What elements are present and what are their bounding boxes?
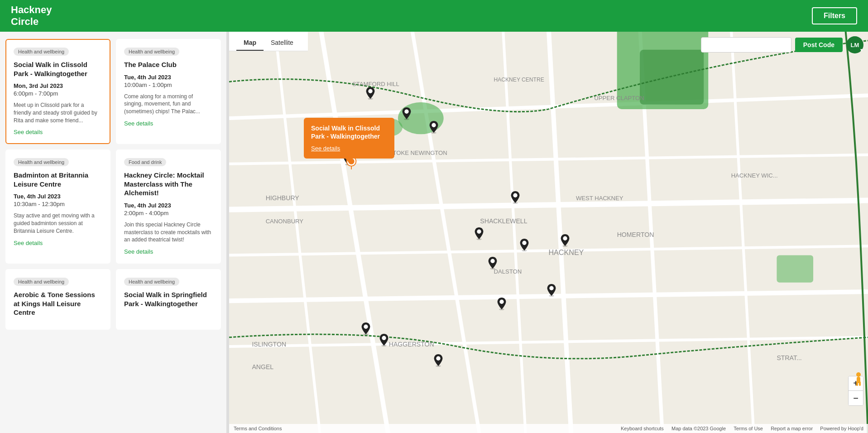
svg-point-63 — [382, 336, 386, 340]
map-area: HIGHBURY STOKE NEWINGTON SHACKLEWELL CAN… — [229, 32, 868, 433]
svg-text:UPPER CLAPTON: UPPER CLAPTON — [594, 95, 644, 101]
svg-point-61 — [364, 325, 368, 329]
map-pin-pin-1[interactable] — [365, 86, 376, 100]
svg-text:ANGEL: ANGEL — [252, 363, 273, 370]
svg-point-52 — [549, 286, 553, 290]
app-logo: Hackney Circle — [11, 4, 52, 28]
svg-point-38 — [404, 110, 408, 114]
svg-text:HACKNEY CENTRE: HACKNEY CENTRE — [494, 77, 544, 83]
event-card-card-4[interactable]: Food and drink Hackney Circle: Mocktail … — [116, 149, 221, 264]
card-title: Social Walk in Springfield Park - Walkin… — [124, 290, 213, 308]
svg-point-59 — [499, 300, 504, 304]
card-badge: Health and wellbeing — [124, 278, 179, 286]
event-card-card-5[interactable]: Health and wellbeing Aerobic & Tone Sess… — [5, 269, 110, 330]
filters-button[interactable]: Filters — [812, 7, 857, 24]
card-badge: Health and wellbeing — [14, 158, 69, 166]
map-tabs: Map Satellite — [229, 32, 308, 51]
event-card-card-2[interactable]: Health and wellbeing The Palace Club Tue… — [116, 39, 221, 144]
footer-report[interactable]: Report a map error — [771, 426, 813, 431]
card-time: 10:30am - 12:30pm — [14, 201, 102, 207]
card-date: Tue, 4th Jul 2023 — [124, 74, 213, 81]
svg-text:CANONBURY: CANONBURY — [266, 218, 304, 225]
postcode-button[interactable]: Post Code — [795, 38, 843, 52]
footer-terms[interactable]: Terms and Conditions — [234, 426, 282, 431]
svg-text:ISLINGTON: ISLINGTON — [252, 341, 286, 348]
card-see-details-link[interactable]: See details — [124, 248, 153, 255]
cards-grid: Health and wellbeing Social Walk in Clis… — [5, 39, 221, 330]
card-desc: Stay active and get moving with a guided… — [14, 212, 102, 235]
svg-text:HAGGERSTON: HAGGERSTON — [389, 341, 434, 348]
footer-keyboard-shortcuts[interactable]: Keyboard shortcuts — [621, 426, 664, 431]
popup-see-details-link[interactable]: See details — [311, 145, 340, 152]
map-pin-pin-11[interactable] — [496, 297, 507, 310]
map-pin-pin-6[interactable] — [519, 238, 530, 251]
svg-rect-15 — [640, 50, 704, 105]
card-badge: Health and wellbeing — [124, 48, 179, 56]
svg-text:STOKE NEWINGTON: STOKE NEWINGTON — [389, 149, 447, 156]
svg-text:WEST HACKNEY: WEST HACKNEY — [576, 195, 623, 202]
card-desc: Come along for a morning of singing, mov… — [124, 93, 213, 115]
footer-center: Keyboard shortcuts Map data ©2023 Google… — [619, 426, 863, 431]
map-pin-pin-12[interactable] — [360, 322, 371, 335]
left-panel: Health and wellbeing Social Walk in Clis… — [0, 32, 226, 433]
map-footer: Terms and Conditions Keyboard shortcuts … — [229, 424, 868, 433]
map-pin-pin-9[interactable] — [546, 283, 557, 297]
event-card-card-6[interactable]: Health and wellbeing Social Walk in Spri… — [116, 269, 221, 330]
card-see-details-link[interactable]: See details — [14, 129, 43, 135]
card-time: 2:00pm - 4:00pm — [124, 210, 213, 216]
card-title: The Palace Club — [124, 60, 213, 69]
svg-point-50 — [490, 259, 494, 263]
map-pin-pin-8[interactable] — [487, 256, 498, 269]
card-desc: Meet up in Clissold park for a friendly … — [14, 101, 102, 124]
event-card-card-3[interactable]: Health and wellbeing Badminton at Britan… — [5, 149, 110, 264]
svg-text:HOMERTON: HOMERTON — [617, 231, 654, 238]
card-badge: Health and wellbeing — [14, 48, 69, 56]
svg-rect-68 — [856, 381, 858, 386]
zoom-out-button[interactable]: − — [849, 391, 863, 405]
footer-powered: Powered by Hoop'd — [820, 426, 863, 431]
map-pin-pin-7[interactable] — [560, 233, 571, 247]
main-content: Health and wellbeing Social Walk in Clis… — [0, 32, 868, 433]
card-see-details-link[interactable]: See details — [14, 240, 43, 246]
svg-rect-0 — [229, 32, 868, 433]
popup-title: Social Walk in Clissold Park - Walkingto… — [311, 124, 387, 140]
card-title: Social Walk in Clissold Park - Walkingto… — [14, 60, 102, 78]
svg-point-65 — [436, 356, 440, 361]
map-popup: Social Walk in Clissold Park - Walkingto… — [304, 118, 394, 159]
card-time: 10:00am - 1:00pm — [124, 82, 213, 88]
user-avatar[interactable]: LM — [846, 36, 863, 53]
app-header: Hackney Circle Filters — [0, 0, 868, 32]
map-pin-pin-2[interactable] — [401, 106, 412, 120]
tab-satellite[interactable]: Satellite — [264, 35, 301, 51]
card-time: 6:00pm - 7:00pm — [14, 90, 102, 97]
card-date: Tue, 4th Jul 2023 — [14, 193, 102, 200]
svg-point-66 — [856, 372, 861, 377]
tab-map[interactable]: Map — [236, 35, 264, 51]
svg-point-40 — [432, 123, 436, 127]
map-pin-pin-3[interactable] — [428, 120, 439, 134]
map-pin-pin-14[interactable] — [433, 353, 444, 367]
svg-point-42 — [513, 193, 517, 197]
card-title: Badminton at Britannia Leisure Centre — [14, 171, 102, 188]
map-background: HIGHBURY STOKE NEWINGTON SHACKLEWELL CAN… — [229, 32, 868, 433]
footer-terms-of-use[interactable]: Terms of Use — [734, 426, 763, 431]
map-pin-pin-13[interactable] — [379, 333, 389, 346]
card-badge: Food and drink — [124, 158, 166, 166]
footer-map-data: Map data ©2023 Google — [671, 426, 726, 431]
card-badge: Health and wellbeing — [14, 278, 69, 286]
svg-point-44 — [477, 230, 481, 234]
card-see-details-link[interactable]: See details — [124, 120, 153, 127]
svg-text:HIGHBURY: HIGHBURY — [266, 194, 300, 202]
card-desc: Join this special Hackney Circle masterc… — [124, 221, 213, 244]
map-pin-pin-4[interactable] — [510, 190, 521, 204]
pegman-icon[interactable] — [854, 371, 863, 388]
svg-text:STAMFORD HILL: STAMFORD HILL — [352, 81, 399, 87]
card-date: Mon, 3rd Jul 2023 — [14, 82, 102, 89]
search-input[interactable] — [701, 37, 791, 53]
map-pin-pin-5[interactable] — [474, 226, 484, 240]
svg-text:SHACKLEWELL: SHACKLEWELL — [480, 217, 527, 225]
svg-point-36 — [368, 89, 372, 93]
card-title: Aerobic & Tone Sessions at Kings Hall Le… — [14, 290, 102, 317]
card-date: Tue, 4th Jul 2023 — [124, 202, 213, 209]
event-card-card-1[interactable]: Health and wellbeing Social Walk in Clis… — [5, 39, 110, 144]
